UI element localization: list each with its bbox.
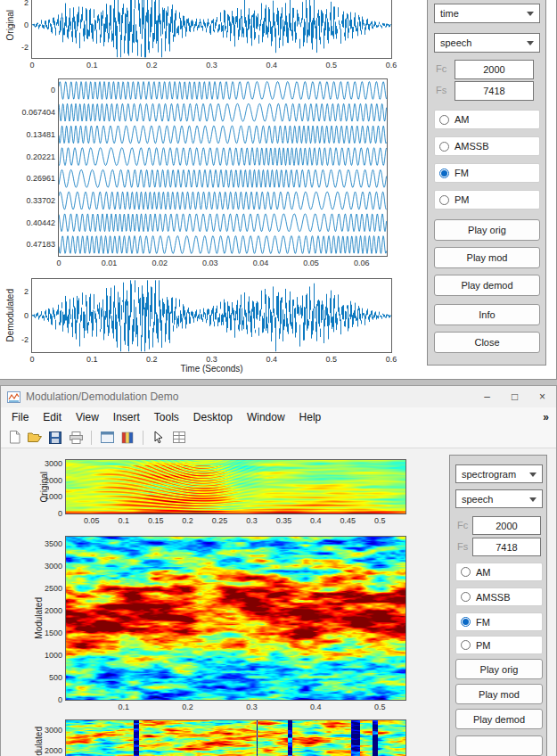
y-tick-label: 0.13481 [26, 130, 55, 139]
y-tick-label: 2000 [45, 606, 62, 615]
ylabel-demodulated-spec-text: Demodulated [34, 727, 44, 756]
menu-overflow-icon[interactable]: » [543, 411, 549, 423]
radio-am[interactable]: AM [455, 563, 543, 581]
x-tick-label: 0.01 [102, 259, 118, 267]
y-tick-label: 3500 [45, 539, 62, 548]
radio-pm[interactable]: PM [434, 190, 540, 210]
play-orig-button[interactable]: Play orig [434, 219, 540, 241]
mod-stack-canvas [59, 79, 387, 256]
ylabel-demodulated: Demodulated [4, 278, 15, 353]
x-tick-label: 0.2 [146, 355, 158, 364]
play-demod-button[interactable]: Play demod [434, 275, 540, 296]
spectrogram-figure-window: Modulation/Demodulation Demo – □ × File … [0, 385, 557, 756]
x-tick-label: 0.45 [340, 516, 356, 525]
y-tick-label: 0.067404 [21, 108, 55, 117]
titlebar[interactable]: Modulation/Demodulation Demo – □ × [1, 386, 556, 407]
menu-window[interactable]: Window [240, 409, 292, 425]
radio-icon [461, 640, 471, 650]
y-tick-label: 0.47183 [26, 240, 55, 249]
toolbar-separator [143, 431, 143, 445]
link-plot-icon[interactable] [99, 430, 115, 446]
close-window-button[interactable]: × [528, 386, 556, 407]
play-demod-button[interactable]: Play demod [455, 709, 543, 729]
fc-label: Fc [457, 520, 468, 530]
radio-icon [461, 617, 471, 627]
save-figure-icon[interactable] [47, 430, 63, 446]
chevron-down-icon [527, 41, 534, 45]
fs-label: Fs [436, 85, 446, 95]
radio-am-label: AM [455, 114, 470, 125]
fs-input[interactable] [472, 538, 541, 556]
menu-edit[interactable]: Edit [36, 409, 69, 425]
x-tick-label: 0.6 [386, 61, 397, 70]
signal-source-dropdown[interactable]: speech [434, 33, 540, 53]
play-orig-button[interactable]: Play orig [455, 659, 543, 679]
print-figure-icon[interactable] [68, 430, 84, 446]
menu-file[interactable]: File [4, 409, 36, 425]
original-spectrogram-axes: 0.050.10.150.20.250.30.350.40.450.501000… [65, 459, 406, 514]
radio-amssb-label: AMSSB [476, 592, 511, 603]
signal-source-dropdown[interactable]: speech [455, 489, 543, 508]
y-tick-label: 0 [58, 695, 62, 704]
x-tick-label: 0.3 [246, 516, 258, 525]
partial-button[interactable] [455, 735, 543, 756]
brush-data-icon[interactable] [171, 430, 187, 446]
play-mod-button[interactable]: Play mod [455, 684, 543, 704]
open-file-icon[interactable] [27, 430, 43, 446]
radio-amssb[interactable]: AMSSB [455, 588, 543, 606]
y-tick-label: 0.20221 [26, 152, 55, 161]
demod-spec-canvas [66, 720, 405, 756]
maximize-button[interactable]: □ [501, 386, 528, 407]
y-tick-label: 3000 [45, 459, 62, 468]
chevron-down-icon [527, 12, 534, 16]
ylabel-demodulated-text: Demodulated [5, 289, 15, 341]
toolbar-separator [91, 431, 92, 445]
fc-input[interactable] [455, 60, 534, 79]
fc-input[interactable] [472, 516, 541, 535]
info-button[interactable]: Info [434, 304, 540, 325]
fs-input[interactable] [455, 81, 534, 101]
menu-help[interactable]: Help [292, 409, 329, 425]
fs-label: Fs [457, 541, 468, 552]
radio-fm[interactable]: FM [455, 612, 543, 631]
x-tick-label: 0.4 [266, 61, 277, 70]
insert-colorbar-icon[interactable] [119, 430, 135, 446]
menubar: File Edit View Insert Tools Desktop Wind… [1, 407, 556, 427]
radio-pm[interactable]: PM [455, 636, 543, 654]
x-tick-label: 0.2 [182, 703, 193, 711]
x-tick-label: 0.04 [253, 259, 269, 267]
menu-insert[interactable]: Insert [106, 409, 147, 425]
y-tick-label: 0.26961 [26, 174, 55, 183]
orig-wave-canvas [32, 0, 391, 58]
radio-fm[interactable]: FM [434, 163, 540, 183]
x-tick-label: 0.25 [212, 516, 228, 525]
ylabel-modulated-spec: Modulated [33, 536, 44, 701]
x-tick-label: 0.5 [374, 703, 386, 711]
radio-amssb[interactable]: AMSSB [434, 136, 540, 156]
x-tick-label: 0.3 [206, 61, 217, 70]
y-tick-label: 2000 [45, 476, 62, 485]
new-figure-icon[interactable] [6, 430, 22, 446]
display-type-value: spectrogram [462, 469, 516, 480]
close-button[interactable]: Close [434, 332, 540, 353]
x-tick-label: 0.1 [118, 516, 129, 525]
radio-fm-label: FM [455, 168, 469, 178]
minimize-button[interactable]: – [473, 386, 501, 407]
menu-desktop[interactable]: Desktop [186, 409, 240, 425]
display-type-dropdown[interactable]: spectrogram [455, 464, 543, 483]
display-type-dropdown[interactable]: time [434, 4, 540, 23]
y-tick-label: 1000 [45, 492, 62, 501]
y-tick-label: 0.33702 [26, 196, 55, 205]
radio-am[interactable]: AM [434, 110, 540, 129]
window-controls: – □ × [473, 386, 556, 407]
x-tick-label: 0.1 [86, 355, 98, 364]
menu-view[interactable]: View [69, 409, 106, 425]
y-tick-label: 1500 [45, 629, 62, 637]
pointer-icon[interactable] [151, 430, 167, 446]
x-tick-label: 0.03 [202, 259, 218, 267]
x-tick-label: 0.1 [86, 61, 98, 70]
play-mod-button[interactable]: Play mod [434, 247, 540, 268]
x-tick-label: 0.05 [303, 259, 319, 267]
menu-tools[interactable]: Tools [147, 409, 186, 425]
x-tick-label: 0.3 [206, 355, 217, 364]
